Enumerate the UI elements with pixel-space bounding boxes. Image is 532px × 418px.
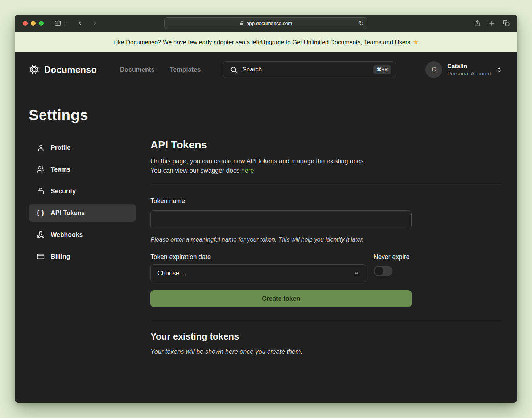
sidebar-item-teams[interactable]: Teams [29, 161, 136, 178]
page-title: Settings [29, 107, 517, 124]
forward-button[interactable] [92, 20, 98, 26]
search-input[interactable]: Search ⌘+K [223, 61, 396, 78]
webhook-icon [37, 231, 45, 239]
toggle-knob [375, 267, 383, 275]
divider [150, 320, 502, 320]
search-icon [230, 66, 238, 74]
traffic-lights [23, 21, 44, 26]
sidebar-toggle-icon[interactable] [54, 20, 61, 27]
api-tokens-panel: API Tokens On this page, you can create … [150, 139, 502, 356]
tab-group-chevron-icon[interactable] [63, 21, 67, 25]
expiration-select[interactable]: Choose... [150, 264, 366, 282]
top-nav: Documents Templates [120, 66, 201, 74]
sidebar-item-security[interactable]: Security [29, 183, 136, 200]
upgrade-link[interactable]: Upgrade to Get Unlimited Documents, Team… [261, 39, 410, 46]
divider [150, 184, 502, 184]
url-text: app.documenso.com [247, 21, 292, 26]
avatar: C [425, 61, 442, 78]
nav-documents[interactable]: Documents [120, 66, 154, 74]
section-heading: API Tokens [150, 139, 502, 151]
sidebar-item-webhooks[interactable]: Webhooks [29, 226, 136, 243]
brand-logo[interactable]: Documenso [29, 64, 97, 75]
app-header: Documenso Documents Templates Search ⌘+K… [15, 52, 517, 87]
nav-templates[interactable]: Templates [170, 66, 201, 74]
swagger-docs-link[interactable]: here [241, 167, 254, 174]
never-expire-label: Never expire [374, 253, 409, 261]
expiration-selected-value: Choose... [157, 270, 354, 277]
existing-tokens-empty-text: Your tokens will be shown here once you … [150, 348, 502, 356]
account-type: Personal Account [447, 70, 491, 77]
never-expire-toggle[interactable] [374, 266, 392, 276]
close-window-button[interactable] [23, 21, 28, 26]
expiration-label: Token expiration date [150, 253, 366, 261]
upsell-banner: Like Documenso? We have few early adopte… [15, 32, 517, 52]
sidebar-item-profile[interactable]: Profile [29, 139, 136, 156]
user-icon [37, 144, 45, 152]
lock-icon [37, 188, 45, 195]
zoom-window-button[interactable] [39, 21, 44, 26]
sidebar-item-api-tokens[interactable]: { } API Tokens [29, 204, 136, 222]
brand-name: Documenso [44, 65, 97, 75]
minimize-window-button[interactable] [31, 21, 36, 26]
share-icon[interactable] [474, 20, 481, 26]
new-tab-icon[interactable] [488, 20, 495, 26]
banner-text: Like Documenso? We have few early adopte… [113, 39, 261, 46]
create-token-button[interactable]: Create token [150, 290, 412, 307]
section-description-line1: On this page, you can create new API tok… [150, 157, 365, 165]
reload-icon[interactable]: ↻ [359, 20, 364, 27]
sidebar-item-billing[interactable]: Billing [29, 248, 136, 265]
search-placeholder: Search [242, 66, 368, 73]
token-name-input[interactable] [150, 210, 412, 229]
star-icon: ★ [413, 38, 419, 46]
chevron-down-icon [354, 270, 359, 276]
address-bar[interactable]: app.documenso.com ↻ [164, 17, 367, 29]
chevrons-up-down-icon [496, 67, 502, 73]
settings-sidebar: Profile Teams Security { } API Token [29, 139, 136, 356]
browser-chrome: app.documenso.com ↻ [15, 15, 517, 32]
account-name: Catalin [447, 63, 491, 70]
account-menu[interactable]: C Catalin Personal Account [425, 61, 502, 78]
existing-tokens-heading: Your existing tokens [150, 331, 502, 342]
tls-lock-icon [240, 21, 244, 26]
token-name-helper: Please enter a meaningful name for your … [150, 236, 502, 243]
documenso-logo-icon [29, 64, 40, 75]
braces-icon: { } [37, 209, 45, 217]
credit-card-icon [37, 253, 45, 261]
tab-overview-icon[interactable] [503, 20, 510, 26]
back-button[interactable] [77, 20, 83, 26]
search-shortcut-badge: ⌘+K [373, 65, 391, 74]
users-icon [37, 165, 45, 173]
app-content: Documenso Documents Templates Search ⌘+K… [15, 52, 517, 403]
token-name-label: Token name [150, 197, 502, 205]
browser-window: app.documenso.com ↻ Like Documenso? We h… [15, 15, 517, 403]
section-description-line2: You can view our swagger docs [150, 167, 241, 174]
